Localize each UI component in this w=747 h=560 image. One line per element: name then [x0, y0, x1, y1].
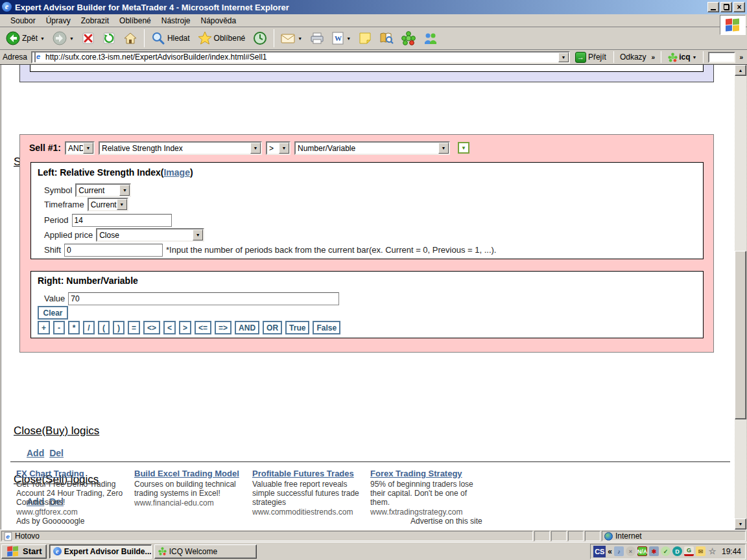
op-or-button[interactable]: OR — [263, 321, 282, 334]
stop-button[interactable] — [78, 29, 98, 48]
toolbar-separator — [274, 29, 274, 47]
menu-nastroje[interactable]: Nástroje — [156, 15, 196, 27]
op-open-paren-button[interactable]: ( — [98, 321, 110, 334]
refresh-button[interactable] — [99, 29, 119, 48]
timeframe-select[interactable]: Current ▼ — [88, 198, 128, 211]
address-input[interactable] — [45, 52, 558, 62]
mail-dropdown-icon[interactable]: ▼ — [298, 36, 302, 41]
icq-na-icon[interactable]: N/A — [637, 546, 647, 556]
taskbar-task-icq[interactable]: ICQ Welcome — [154, 544, 257, 559]
ad-title-link[interactable]: FX Chart Trading — [16, 469, 130, 478]
ad-title-link[interactable]: Forex Trading Strategy — [370, 469, 484, 478]
mail-button[interactable]: ▼ — [278, 29, 305, 48]
network-error-icon[interactable]: ✱ — [649, 546, 659, 556]
image-link[interactable]: Image — [163, 167, 189, 178]
forward-dropdown-icon[interactable]: ▼ — [69, 36, 74, 41]
close-buy-add-link[interactable]: Add — [27, 448, 44, 458]
ad-title-link[interactable]: Build Excel Trading Model — [134, 469, 248, 478]
display-icon[interactable]: ♪ — [614, 546, 624, 556]
close-button[interactable]: × — [733, 2, 745, 12]
advertise-link[interactable]: Advertise on this site — [410, 517, 482, 526]
period-input[interactable] — [72, 214, 172, 227]
left-indicator-select[interactable]: Relative Strength Index ▼ — [99, 141, 262, 155]
icq-toolbar-dropdown[interactable]: icq ▼ — [666, 52, 698, 62]
op-true-button[interactable]: True — [285, 321, 309, 334]
applied-price-select[interactable]: Close ▼ — [96, 228, 204, 242]
edit-dropdown-icon[interactable]: ▼ — [346, 36, 351, 41]
go-button[interactable]: → Přejít — [573, 51, 609, 64]
address-combo[interactable]: ▼ — [31, 51, 570, 64]
forward-button[interactable]: ▼ — [49, 29, 77, 48]
links-chevron-icon[interactable]: » — [650, 54, 657, 61]
restore-button[interactable] — [720, 2, 732, 12]
clear-button[interactable]: Clear — [38, 306, 68, 320]
op-plus-button[interactable]: + — [38, 321, 50, 334]
op-greater-button[interactable]: > — [179, 321, 191, 334]
scroll-up-button[interactable]: ▲ — [735, 65, 746, 76]
op-notequal-button[interactable]: <> — [143, 321, 160, 334]
links-label[interactable]: Odkazy — [619, 52, 648, 62]
menu-napoveda[interactable]: Nápověda — [195, 15, 241, 27]
collapse-rule-button[interactable]: ▼ — [458, 142, 469, 154]
scroll-down-button[interactable]: ▼ — [735, 519, 746, 530]
tray-chevron-icon[interactable]: « — [608, 547, 612, 556]
ads-by-label[interactable]: Ads by Goooooogle — [16, 517, 84, 526]
side-search-input[interactable] — [708, 52, 735, 63]
browser-content-row: Sell logics AddDel Sell #1: AND ▼ Relati… — [0, 65, 747, 530]
op-false-button[interactable]: False — [313, 321, 340, 334]
shift-input[interactable] — [64, 244, 163, 257]
menu-zobrazit[interactable]: Zobrazit — [76, 15, 114, 27]
language-indicator[interactable]: CS — [593, 546, 606, 557]
research-button[interactable] — [376, 29, 397, 48]
op-and-button[interactable]: AND — [235, 321, 259, 334]
op-less-button[interactable]: < — [163, 321, 176, 334]
menu-oblibene[interactable]: Oblíbené — [114, 15, 156, 27]
ie-app-icon: e — [2, 2, 12, 12]
back-dropdown-icon[interactable]: ▼ — [40, 36, 45, 41]
right-type-select[interactable]: Number/Variable ▼ — [294, 141, 450, 155]
d-app-icon[interactable]: D — [672, 546, 682, 556]
start-button[interactable]: Start — [1, 544, 47, 559]
note-button[interactable] — [355, 29, 375, 48]
home-button[interactable] — [120, 29, 141, 48]
op-divide-button[interactable]: / — [83, 321, 95, 334]
menu-upravy[interactable]: Úpravy — [41, 15, 76, 27]
logic-operator-select[interactable]: AND ▼ — [65, 141, 95, 155]
op-multiply-button[interactable]: * — [68, 321, 80, 334]
minimize-button[interactable] — [707, 2, 719, 12]
g-app-icon[interactable]: G — [684, 546, 694, 556]
tray-star-icon[interactable]: ☆ — [707, 546, 717, 556]
history-button[interactable] — [250, 29, 270, 48]
address-dropdown-button[interactable]: ▼ — [558, 52, 569, 62]
op-greaterequal-button[interactable]: => — [215, 321, 231, 334]
dropdown-arrow-icon: ▼ — [250, 143, 261, 154]
favorites-button[interactable]: Oblíbené — [195, 29, 249, 48]
sell-rule-row: Sell #1: AND ▼ Relative Strength Index ▼… — [29, 141, 469, 155]
op-minus-button[interactable]: - — [53, 321, 65, 334]
op-equals-button[interactable]: = — [128, 321, 140, 334]
taskbar-task-ie[interactable]: e Expert Advisor Builde... — [49, 544, 152, 559]
value-input[interactable] — [68, 292, 339, 305]
op-close-paren-button[interactable]: ) — [113, 321, 124, 334]
update-icon[interactable]: ✓ — [661, 546, 670, 556]
tray-mail-icon[interactable]: ✉ — [696, 546, 706, 556]
op-lessequal-button[interactable]: <= — [195, 321, 211, 334]
vertical-scrollbar[interactable]: ▲ ▼ — [735, 65, 746, 530]
ad-title-link[interactable]: Profitable Futures Trades — [252, 469, 366, 478]
research-icon — [379, 32, 394, 45]
scrollbar-thumb[interactable] — [735, 251, 746, 419]
menu-soubor[interactable]: Soubor — [5, 15, 41, 27]
symbol-select[interactable]: Current ▼ — [75, 183, 131, 197]
comparison-select[interactable]: > ▼ — [266, 141, 290, 155]
messenger-button[interactable] — [420, 29, 441, 48]
ad-item: FX Chart Trading Get Your Free Demo Trad… — [16, 469, 130, 517]
edit-word-button[interactable]: W ▼ — [329, 29, 354, 48]
icq-button[interactable] — [398, 29, 419, 48]
back-button[interactable]: Zpět ▼ — [3, 29, 48, 48]
print-button[interactable] — [307, 29, 327, 48]
close-buy-del-link[interactable]: Del — [49, 448, 64, 458]
overflow-chevron-icon[interactable]: » — [738, 54, 744, 61]
search-button[interactable]: Hledat — [148, 29, 193, 48]
go-icon: → — [575, 52, 586, 63]
offline-icon[interactable]: × — [626, 546, 635, 556]
